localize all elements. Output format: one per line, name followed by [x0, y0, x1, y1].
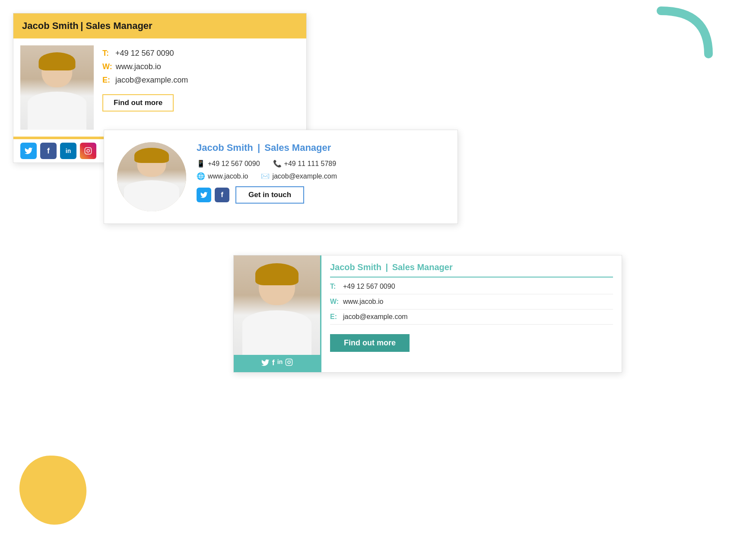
card1-name-title: Jacob Smith: [22, 20, 79, 31]
card1-cta-button[interactable]: Find out more: [102, 94, 174, 112]
card2-email-item: ✉️ jacob@example.com: [261, 172, 337, 180]
card2-inner: Jacob Smith | Sales Manager 📱 +49 12 567…: [117, 142, 445, 211]
card1-photo: [20, 45, 94, 130]
card3-web-label: W:: [330, 298, 340, 306]
card2-mobile-value: +49 12 567 0090: [208, 160, 260, 168]
card2-cta-button[interactable]: Get in touch: [235, 186, 304, 204]
card2-name-sep: |: [257, 142, 263, 153]
card3-twitter-icon[interactable]: [261, 358, 270, 369]
card3-content: Jacob Smith | Sales Manager T: +49 12 56…: [320, 255, 622, 372]
card2-mobile-item: 📱 +49 12 567 0090: [197, 159, 260, 168]
svg-rect-2: [85, 148, 92, 154]
card3-email-row: E: jacob@example.com: [330, 313, 613, 325]
card1-twitter-icon[interactable]: [20, 143, 37, 159]
portrait-1: [20, 45, 94, 130]
card2-web-email-row: 🌐 www.jacob.io ✉️ jacob@example.com: [197, 172, 445, 180]
svg-rect-5: [286, 359, 292, 366]
card3-name-row: Jacob Smith | Sales Manager: [330, 262, 613, 278]
card3-phone-row: T: +49 12 567 0090: [330, 283, 613, 294]
card1-header: Jacob Smith | Sales Manager: [13, 13, 306, 38]
card1-web-row: W: www.jacob.io: [102, 62, 299, 71]
svg-point-3: [87, 150, 89, 152]
card3-sep: |: [385, 262, 390, 272]
card3-photo: [234, 255, 320, 355]
email-icon: ✉️: [261, 172, 270, 180]
card3-social-bar: f in: [234, 355, 320, 372]
card1-phone-label: T:: [102, 49, 112, 58]
card1-linkedin-icon[interactable]: in: [60, 143, 76, 159]
svg-point-7: [291, 360, 292, 361]
card2-bottom-row: f Get in touch: [197, 186, 445, 204]
svg-point-6: [288, 361, 290, 364]
card1-phone-row: T: +49 12 567 0090: [102, 49, 299, 58]
card1-linkedin-label: in: [66, 147, 71, 154]
card3-web-value: www.jacob.io: [343, 298, 383, 306]
card1-instagram-icon[interactable]: [80, 143, 96, 159]
card3-email-value: jacob@example.com: [343, 313, 408, 321]
card1-web-value: www.jacob.io: [116, 62, 161, 71]
portrait-3: [234, 255, 320, 355]
card3-inner: f in Jacob Smith | Sales Manager T: +49 …: [234, 255, 622, 372]
email-signature-card-3: f in Jacob Smith | Sales Manager T: +49 …: [233, 255, 622, 373]
card1-job-title: Sales Manager: [86, 20, 152, 31]
card3-cta-button[interactable]: Find out more: [330, 334, 410, 352]
portrait-2-hair: [134, 148, 169, 163]
portrait-3-hair: [255, 263, 299, 285]
card2-name: Jacob Smith: [197, 142, 253, 153]
card1-facebook-icon[interactable]: f: [40, 143, 57, 159]
card2-desk-item: 📞 +49 11 111 5789: [273, 159, 337, 168]
card2-facebook-label: f: [221, 191, 223, 199]
card2-desk-value: +49 11 111 5789: [284, 160, 337, 168]
phone-icon: 📞: [273, 159, 282, 168]
card3-email-label: E:: [330, 313, 340, 321]
card2-name-row: Jacob Smith | Sales Manager: [197, 142, 445, 153]
card2-facebook-icon[interactable]: f: [215, 188, 229, 202]
card1-facebook-label: f: [47, 147, 50, 156]
portrait-2: [117, 142, 186, 211]
decorative-yellow-blob: [17, 451, 91, 529]
card1-phone-value: +49 12 567 0090: [115, 49, 174, 58]
card3-photo-col: f in: [234, 255, 320, 372]
card1-email-row: E: jacob@example.com: [102, 76, 299, 85]
card3-web-row: W: www.jacob.io: [330, 298, 613, 309]
card2-social: f: [197, 188, 229, 202]
card3-linkedin-icon[interactable]: in: [277, 358, 283, 369]
card3-instagram-icon[interactable]: [285, 358, 293, 369]
portrait-1-hair: [39, 52, 76, 71]
card1-body: T: +49 12 567 0090 W: www.jacob.io E: ja…: [13, 38, 306, 137]
card2-photo: [117, 142, 186, 211]
card2-content: Jacob Smith | Sales Manager 📱 +49 12 567…: [197, 142, 445, 204]
card3-phone-label: T:: [330, 283, 340, 290]
card2-phones-row: 📱 +49 12 567 0090 📞 +49 11 111 5789: [197, 159, 445, 168]
card3-facebook-icon[interactable]: f: [272, 358, 275, 369]
decorative-teal-shape: [652, 6, 713, 63]
card2-twitter-icon[interactable]: [197, 188, 211, 202]
card3-name: Jacob Smith: [330, 262, 381, 272]
card3-job-title: Sales Manager: [392, 262, 453, 272]
card1-info: T: +49 12 567 0090 W: www.jacob.io E: ja…: [102, 45, 299, 130]
card1-email-label: E:: [102, 76, 112, 85]
card2-web-item: 🌐 www.jacob.io: [197, 172, 248, 180]
card1-web-label: W:: [102, 62, 112, 71]
card3-phone-value: +49 12 567 0090: [343, 283, 395, 290]
card2-job-title: Sales Manager: [264, 142, 331, 153]
mobile-icon: 📱: [197, 159, 205, 168]
card2-web-value: www.jacob.io: [208, 172, 248, 180]
card1-email-value: jacob@example.com: [115, 76, 188, 85]
card2-email-value: jacob@example.com: [272, 172, 337, 180]
card1-separator: |: [80, 20, 86, 31]
email-signature-card-2: Jacob Smith | Sales Manager 📱 +49 12 567…: [104, 130, 458, 224]
web-icon: 🌐: [197, 172, 205, 180]
svg-point-4: [89, 149, 90, 150]
